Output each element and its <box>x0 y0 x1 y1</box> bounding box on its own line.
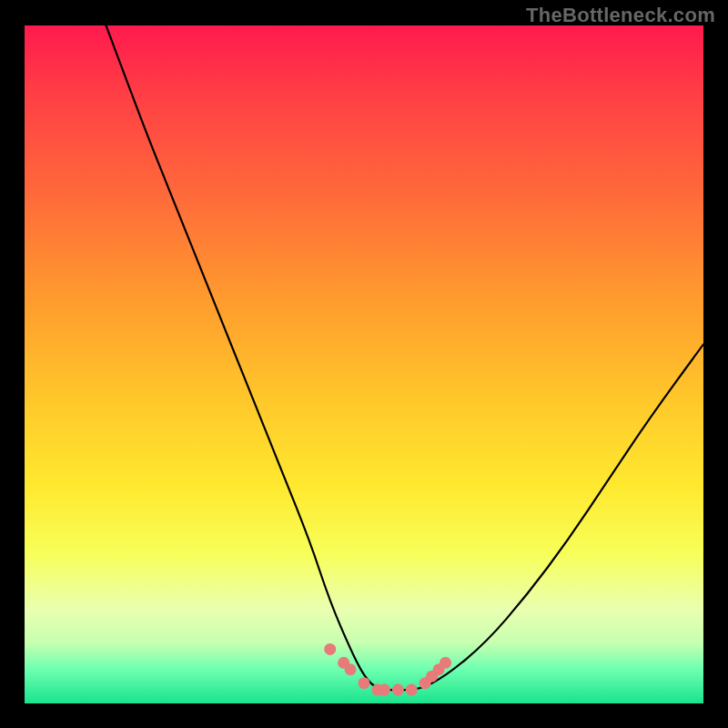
chart-area <box>25 25 703 703</box>
marker-point <box>440 657 451 669</box>
marker-point <box>392 684 404 696</box>
marker-point <box>359 677 370 689</box>
bottleneck-curve <box>106 25 703 690</box>
marker-point <box>345 663 357 675</box>
chart-frame: TheBottleneck.com <box>0 0 728 728</box>
bottleneck-curve-svg <box>25 25 703 703</box>
marker-point <box>324 643 336 655</box>
marker-group <box>324 643 451 696</box>
marker-point <box>406 684 418 696</box>
marker-point <box>379 684 390 696</box>
watermark-text: TheBottleneck.com <box>526 4 715 27</box>
